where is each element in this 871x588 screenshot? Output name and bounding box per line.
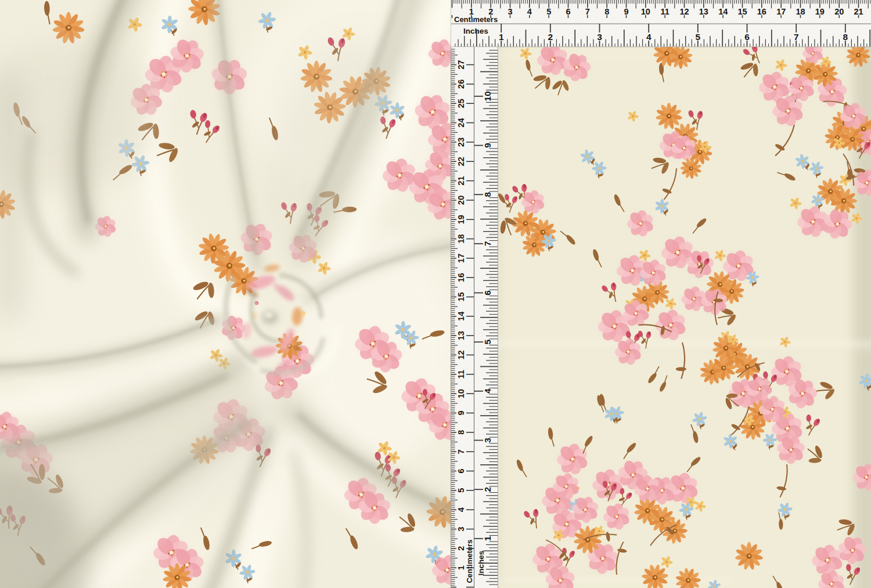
svg-text:Inches: Inches [477,551,485,576]
svg-text:5: 5 [456,488,466,493]
svg-text:1: 1 [499,32,504,42]
svg-text:13: 13 [699,7,708,16]
svg-text:6: 6 [483,290,492,295]
svg-text:9: 9 [456,410,466,415]
svg-text:3: 3 [597,32,602,42]
svg-text:7: 7 [585,7,590,16]
svg-text:4: 4 [527,7,532,16]
svg-text:5: 5 [483,340,492,345]
svg-text:12: 12 [679,7,689,16]
svg-text:26: 26 [456,80,466,89]
svg-text:12: 12 [456,350,466,359]
svg-text:3: 3 [508,7,512,16]
svg-text:8: 8 [604,7,609,16]
svg-text:5: 5 [546,7,551,16]
svg-text:Inches: Inches [463,27,488,35]
svg-text:14: 14 [718,7,728,16]
svg-text:14: 14 [456,312,466,321]
svg-text:4: 4 [483,388,492,394]
svg-text:17: 17 [456,254,466,263]
svg-text:7: 7 [483,241,492,246]
svg-text:1: 1 [483,536,492,541]
svg-text:6: 6 [744,32,750,42]
svg-text:11: 11 [661,7,670,16]
svg-text:11: 11 [456,370,466,378]
svg-text:19: 19 [456,215,466,224]
svg-text:16: 16 [757,7,766,16]
svg-text:17: 17 [776,7,786,16]
svg-text:6: 6 [566,7,570,16]
svg-text:13: 13 [456,331,466,340]
svg-text:21: 21 [456,176,466,185]
svg-text:22: 22 [456,157,466,166]
svg-text:20: 20 [834,7,844,16]
svg-text:27: 27 [456,60,466,69]
svg-text:8: 8 [456,430,466,435]
svg-text:18: 18 [456,234,466,243]
svg-text:4: 4 [456,507,466,512]
svg-text:10: 10 [456,389,466,398]
svg-text:Centimeters: Centimeters [465,539,474,583]
svg-text:8: 8 [843,32,848,42]
svg-text:5: 5 [695,32,700,42]
svg-text:10: 10 [483,91,492,101]
svg-text:19: 19 [815,7,825,16]
svg-text:9: 9 [483,143,492,148]
svg-text:2: 2 [483,487,492,492]
svg-text:15: 15 [737,7,747,16]
svg-text:4: 4 [646,32,652,42]
svg-text:24: 24 [456,118,466,127]
svg-text:3: 3 [483,438,492,443]
svg-text:8: 8 [483,192,492,197]
svg-text:Centimeters: Centimeters [454,15,498,24]
svg-text:23: 23 [456,138,466,147]
svg-text:7: 7 [456,449,466,454]
svg-text:7: 7 [794,32,799,42]
svg-text:16: 16 [456,273,466,282]
svg-text:6: 6 [456,468,466,473]
svg-text:15: 15 [456,292,466,301]
svg-text:3: 3 [456,526,466,531]
svg-text:18: 18 [796,7,805,16]
svg-text:9: 9 [624,7,628,16]
svg-text:10: 10 [641,7,650,16]
svg-text:20: 20 [456,196,466,205]
svg-text:21: 21 [854,7,863,16]
svg-text:25: 25 [456,99,466,108]
svg-text:2: 2 [548,32,553,42]
